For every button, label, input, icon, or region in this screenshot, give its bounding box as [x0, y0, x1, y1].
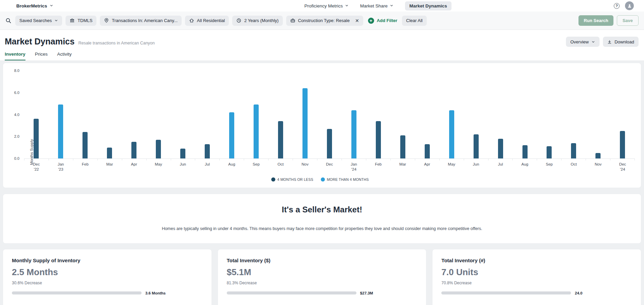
metric-bar-row: $27.3M — [227, 291, 418, 295]
metric-card-title: Total Inventory ($) — [227, 258, 418, 263]
tab-activity[interactable]: Activity — [57, 52, 72, 60]
bar-Mar[interactable] — [107, 148, 112, 158]
bar-May[interactable] — [449, 110, 454, 158]
x-label-Jul: Jul — [488, 162, 513, 172]
bar-Oct[interactable] — [278, 121, 283, 158]
filter-chip-1[interactable]: TDMLS — [66, 16, 96, 26]
run-search-button[interactable]: Run Search — [578, 15, 613, 26]
x-label-Mar: Mar — [390, 162, 415, 172]
plus-circle-icon: + — [368, 18, 374, 24]
bar-Sep[interactable] — [254, 104, 259, 158]
bar-Jul[interactable] — [498, 139, 503, 158]
filter-chip-label: 2 Years (Monthly) — [244, 18, 278, 23]
bar-slot — [293, 71, 317, 158]
bar-Apr[interactable] — [131, 142, 136, 158]
x-label-Jan'24: Jan'24 — [342, 162, 366, 172]
download-label: Download — [614, 39, 634, 44]
x-label-Aug: Aug — [513, 162, 537, 172]
x-label-Mar: Mar — [97, 162, 122, 172]
bar-Mar[interactable] — [400, 135, 405, 158]
market-banner-title: It's a Seller's Market! — [17, 205, 627, 214]
x-label-Oct: Oct — [562, 162, 586, 172]
metric-card-title: Monthly Supply of Inventory — [12, 258, 203, 263]
nav-item-proficiency-metrics[interactable]: Proficiency Metrics — [304, 3, 348, 8]
help-icon[interactable]: ? — [614, 3, 620, 9]
brand-menu[interactable]: BrokerMetrics — [16, 3, 53, 8]
tab-inventory[interactable]: Inventory — [5, 52, 25, 60]
x-label-Dec'24: Dec'24 — [610, 162, 635, 172]
bar-Jun[interactable] — [474, 134, 479, 158]
metric-card-value: $5.1M — [227, 267, 418, 278]
nav-item-market-share[interactable]: Market Share — [360, 3, 393, 8]
chevron-down-icon — [54, 19, 58, 22]
bar-Dec'22[interactable] — [34, 119, 39, 158]
filter-chip-4[interactable]: 2 Years (Monthly) — [232, 16, 282, 26]
bar-Nov[interactable] — [302, 88, 308, 158]
person-icon — [627, 3, 632, 8]
x-tick — [342, 159, 366, 160]
filter-chip-2[interactable]: Transactions In: American Cany... — [100, 16, 182, 26]
filter-chip-3[interactable]: All Residential — [185, 16, 229, 26]
tab-prices[interactable]: Prices — [35, 52, 48, 60]
bank-icon — [70, 18, 75, 23]
bar-Feb[interactable] — [82, 132, 88, 158]
search-icon[interactable] — [5, 18, 11, 23]
x-label-Jun: Jun — [464, 162, 488, 172]
metric-card-change: 81.3% Decrease — [227, 281, 418, 285]
x-tick — [98, 159, 122, 160]
bar-Aug[interactable] — [522, 145, 528, 158]
bar-Dec'24[interactable] — [620, 131, 625, 158]
download-button[interactable]: Download — [603, 37, 639, 47]
bar-slot — [269, 71, 293, 158]
clear-all-button[interactable]: Clear All — [402, 16, 426, 26]
close-icon[interactable]: ✕ — [355, 18, 359, 23]
x-label-Nov: Nov — [586, 162, 610, 172]
x-tick — [269, 159, 293, 160]
bar-Nov[interactable] — [595, 153, 601, 158]
metric-card-title: Total Inventory (#) — [441, 258, 632, 263]
metric-bar — [441, 291, 571, 294]
bar-Apr[interactable] — [425, 144, 430, 158]
bar-Feb[interactable] — [376, 121, 381, 158]
x-tick — [220, 159, 244, 160]
filter-chip-label: Saved Searches — [19, 18, 52, 23]
metric-cards-row: Monthly Supply of Inventory2.5 Months30.… — [3, 249, 641, 305]
add-filter-button[interactable]: + Add Filter — [368, 18, 398, 24]
x-tick — [513, 159, 537, 160]
x-tick — [610, 159, 635, 160]
bar-slot — [97, 71, 122, 158]
metric-bar-label: $27.3M — [360, 291, 373, 295]
legend-label: MORE THAN 4 MONTHS — [327, 177, 369, 182]
bar-slot — [342, 71, 366, 158]
x-tick — [122, 159, 147, 160]
filter-chip-0[interactable]: Saved Searches — [15, 16, 62, 26]
metric-bar-row: 24.0 — [441, 291, 632, 295]
bar-Sep[interactable] — [547, 146, 552, 158]
bar-Oct[interactable] — [571, 143, 576, 158]
avatar[interactable] — [625, 1, 634, 10]
x-tick — [293, 159, 317, 160]
y-tick-label: 0.0 — [14, 156, 19, 160]
overview-dropdown[interactable]: Overview — [566, 37, 600, 47]
legend-item-0: 4 MONTHS OR LESS — [271, 177, 313, 182]
metric-bar — [227, 291, 356, 294]
bar-Jul[interactable] — [205, 144, 210, 158]
chart-area: Months Supply 0.02.04.06.08.0 Dec'22Jan'… — [24, 71, 635, 172]
x-tick — [49, 159, 73, 160]
bar-slot — [610, 71, 635, 158]
metric-card-change: 70.8% Decrease — [441, 281, 632, 285]
bar-Dec[interactable] — [327, 129, 332, 158]
bar-Jan'23[interactable] — [58, 104, 63, 158]
filter-bar: Saved SearchesTDMLSTransactions In: Amer… — [0, 12, 644, 30]
metric-card-change: 30.6% Decrease — [12, 281, 203, 285]
bar-May[interactable] — [156, 140, 161, 158]
bar-slot — [537, 71, 562, 158]
nav-item-market-dynamics[interactable]: Market Dynamics — [405, 1, 452, 11]
save-button[interactable]: Save — [617, 15, 639, 26]
bar-Jan'24[interactable] — [351, 110, 356, 158]
filter-chip-5[interactable]: Construction Type: Resale✕ — [286, 16, 363, 26]
legend-dot — [271, 177, 275, 182]
x-label-Aug: Aug — [220, 162, 244, 172]
bar-Jun[interactable] — [180, 149, 185, 158]
bar-Aug[interactable] — [229, 112, 234, 158]
